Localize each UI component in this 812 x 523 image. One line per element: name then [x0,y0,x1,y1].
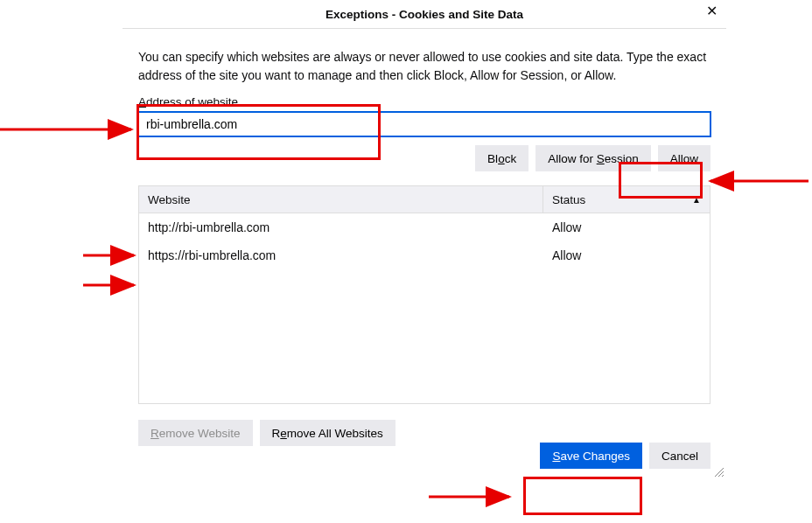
permission-buttons: Block Allow for Session Allow [138,145,710,171]
dialog-title: Exceptions - Cookies and Site Data [326,8,523,21]
address-label: Address of website [138,95,710,108]
block-button[interactable]: Block [475,145,528,171]
address-input[interactable] [138,112,710,136]
table-body: http://rbi-umbrella.comAllowhttps://rbi-… [139,213,710,403]
allow-button[interactable]: Allow [658,145,710,171]
intro-text: You can specify which websites are alway… [138,48,710,85]
cell-website: https://rbi-umbrella.com [148,248,552,262]
table-row[interactable]: http://rbi-umbrella.comAllow [139,213,710,241]
save-changes-button[interactable]: Save Changes [540,443,642,469]
table-row[interactable]: https://rbi-umbrella.comAllow [139,241,710,269]
cell-website: http://rbi-umbrella.com [148,220,552,234]
column-header-status[interactable]: Status ▲ [543,186,710,213]
dialog-content: You can specify which websites are alway… [133,29,716,469]
annotation-box-save [523,477,642,515]
remove-all-websites-button[interactable]: Remove All Websites [260,420,396,446]
svg-line-2 [722,475,724,477]
remove-website-button: Remove Website [138,420,253,446]
column-header-website[interactable]: Website [139,186,543,213]
cell-status: Allow [552,248,701,262]
cancel-button[interactable]: Cancel [649,443,710,469]
cell-status: Allow [552,220,701,234]
exceptions-dialog: Exceptions - Cookies and Site Data ✕ You… [122,0,726,479]
bottom-actions: Remove Website Remove All Websites Save … [138,420,710,469]
annotation-arrow-left-top [0,121,136,138]
annotation-arrow-save [429,490,516,504]
close-icon[interactable]: ✕ [706,4,718,18]
allow-session-button[interactable]: Allow for Session [536,145,651,171]
sort-caret-icon: ▲ [692,195,701,205]
dialog-actions: Save Changes Cancel [540,443,710,469]
exceptions-table: Website Status ▲ http://rbi-umbrella.com… [138,185,710,404]
titlebar: Exceptions - Cookies and Site Data ✕ [122,0,726,29]
table-header: Website Status ▲ [139,186,710,213]
resize-grip-icon[interactable] [712,465,724,478]
